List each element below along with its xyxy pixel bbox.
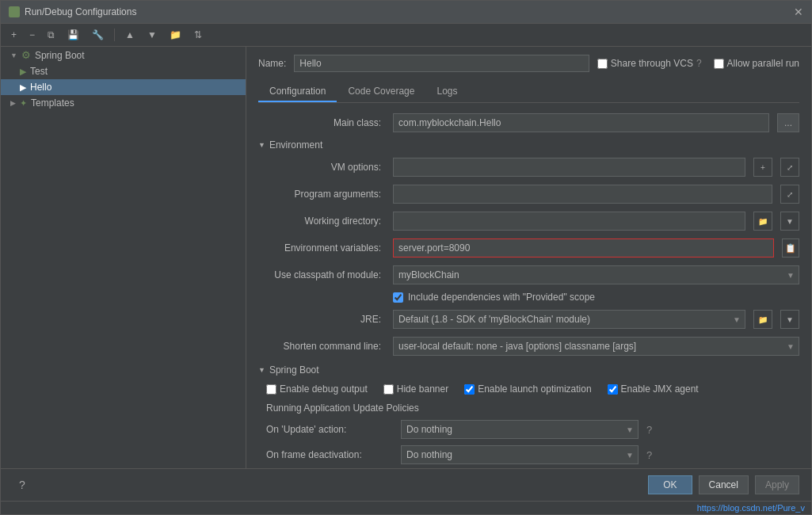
enable-launch-wrapper: Enable launch optimization	[464, 383, 591, 395]
working-dir-label: Working directory:	[258, 216, 385, 227]
dialog-icon	[9, 6, 20, 17]
enable-jmx-checkbox[interactable]	[608, 384, 618, 395]
tree-label-test: Test	[30, 66, 48, 77]
tree-item-spring-boot[interactable]: ▼ ⚙ Spring Boot	[1, 47, 246, 63]
program-args-expand-button[interactable]: ⤢	[780, 185, 799, 204]
vm-options-input[interactable]	[393, 158, 745, 177]
jre-dropdown-button[interactable]: ▼	[780, 310, 799, 329]
env-vars-row: Environment variables: 📋	[258, 238, 799, 258]
allow-parallel-checkbox[interactable]	[714, 59, 724, 69]
spring-boot-icon: ⚙	[21, 49, 31, 61]
shorten-cmd-select[interactable]: user-local default: none - java [options…	[393, 337, 799, 356]
shorten-cmd-row: Shorten command line: user-local default…	[258, 336, 799, 357]
include-deps-checkbox[interactable]	[393, 292, 403, 303]
classpath-select[interactable]: myBlockChain	[393, 265, 799, 284]
vm-options-expand-button[interactable]: +	[753, 158, 772, 177]
tree-item-test[interactable]: ▶ Test	[1, 63, 246, 79]
sort-button[interactable]: ⇅	[190, 27, 206, 43]
tree-label-spring-boot: Spring Boot	[35, 50, 85, 61]
jre-select[interactable]: Default (1.8 - SDK of 'myBlockChain' mod…	[393, 310, 745, 329]
on-frame-help-icon[interactable]: ?	[646, 449, 652, 461]
move-up-button[interactable]: ▲	[121, 27, 139, 43]
include-deps-row: Include dependencies with "Provided" sco…	[393, 292, 799, 303]
env-vars-input[interactable]	[393, 238, 774, 258]
close-button[interactable]: ✕	[794, 6, 803, 18]
include-deps-label: Include dependencies with "Provided" sco…	[408, 292, 595, 303]
on-update-select[interactable]: Do nothing Update classes and resources …	[401, 420, 639, 439]
shorten-cmd-label: Shorten command line:	[258, 341, 385, 352]
environment-label: Environment	[269, 139, 322, 151]
tree-item-templates[interactable]: ▶ ✦ Templates	[1, 95, 246, 111]
enable-debug-checkbox[interactable]	[266, 384, 276, 395]
environment-section-header[interactable]: ▼ Environment	[258, 139, 799, 151]
env-vars-edit-button[interactable]: 📋	[782, 238, 799, 258]
help-button[interactable]: ?	[13, 475, 32, 494]
spring-boot-section: ▼ Spring Boot Enable debug output Hide b…	[258, 364, 799, 464]
on-update-row: On 'Update' action: Do nothing Update cl…	[266, 420, 799, 439]
hide-banner-checkbox[interactable]	[383, 384, 394, 395]
apply-button[interactable]: Apply	[755, 475, 799, 494]
copy-config-button[interactable]: ⧉	[44, 27, 59, 43]
jre-folder-button[interactable]: 📁	[753, 310, 772, 329]
share-vcs-checkbox[interactable]	[597, 59, 608, 69]
working-dir-folder-button[interactable]: 📁	[753, 212, 772, 231]
vm-options-fullscreen-button[interactable]: ⤢	[780, 158, 799, 177]
share-label-wrapper: Share through VCS ?	[597, 58, 702, 69]
program-args-row: Program arguments: ⤢	[258, 184, 799, 204]
program-args-input[interactable]	[393, 185, 772, 204]
dialog-title: Run/Debug Configurations	[25, 6, 136, 17]
save-config-button[interactable]: 💾	[63, 27, 83, 43]
share-vcs-label: Share through VCS	[611, 58, 693, 69]
on-frame-select[interactable]: Do nothing Update classes and resources …	[401, 445, 639, 464]
tab-configuration[interactable]: Configuration	[258, 82, 337, 102]
cancel-button[interactable]: Cancel	[699, 475, 749, 494]
remove-config-button[interactable]: −	[25, 27, 39, 43]
spring-boot-options-row: Enable debug output Hide banner Enable l…	[266, 383, 799, 395]
parallel-label-wrapper: Allow parallel run	[714, 58, 799, 69]
enable-launch-checkbox[interactable]	[464, 384, 475, 395]
program-args-label: Program arguments:	[258, 189, 385, 200]
jre-label: JRE:	[258, 314, 385, 325]
tab-logs-label: Logs	[436, 86, 457, 97]
working-dir-input[interactable]	[393, 212, 745, 231]
hide-banner-label: Hide banner	[397, 383, 448, 395]
status-bar-url: https://blog.csdn.net/Pure_v	[697, 503, 805, 513]
share-help-icon[interactable]: ?	[696, 58, 702, 69]
tree-label-templates: Templates	[31, 97, 74, 109]
left-panel: ▼ ⚙ Spring Boot ▶ Test ▶ Hello ▶ ✦ Templ…	[1, 47, 246, 468]
classpath-dropdown-wrapper: myBlockChain ▼	[393, 265, 799, 284]
ok-button[interactable]: OK	[648, 475, 692, 494]
status-bar: https://blog.csdn.net/Pure_v	[1, 501, 811, 514]
main-class-label: Main class:	[258, 117, 385, 128]
bottom-bar: ? OK Cancel Apply	[1, 468, 811, 501]
on-frame-row: On frame deactivation: Do nothing Update…	[266, 445, 799, 464]
move-down-button[interactable]: ▼	[143, 27, 161, 43]
spring-boot-header[interactable]: ▼ Spring Boot	[258, 364, 799, 376]
tree-item-hello[interactable]: ▶ Hello	[1, 79, 246, 95]
tab-configuration-label: Configuration	[269, 86, 326, 97]
toolbar-separator	[114, 29, 115, 41]
on-update-dropdown-wrapper: Do nothing Update classes and resources …	[401, 420, 639, 439]
spring-boot-arrow: ▼	[258, 366, 265, 374]
titlebar: Run/Debug Configurations ✕	[1, 1, 811, 24]
tab-code-coverage[interactable]: Code Coverage	[337, 82, 425, 102]
main-class-browse-button[interactable]: ...	[777, 113, 799, 132]
working-dir-row: Working directory: 📁 ▼	[258, 211, 799, 231]
add-config-button[interactable]: +	[7, 27, 21, 43]
wrench-button[interactable]: 🔧	[88, 27, 108, 43]
tab-code-coverage-label: Code Coverage	[348, 86, 414, 97]
enable-debug-wrapper: Enable debug output	[266, 383, 368, 395]
name-input[interactable]	[294, 55, 589, 72]
run-icon-hello: ▶	[20, 82, 26, 93]
main-class-input[interactable]	[393, 113, 769, 132]
bottom-left: ?	[13, 475, 32, 494]
on-update-label: On 'Update' action:	[266, 424, 393, 435]
vm-options-row: VM options: + ⤢	[258, 157, 799, 177]
working-dir-dropdown-button[interactable]: ▼	[780, 212, 799, 231]
hide-banner-wrapper: Hide banner	[383, 383, 448, 395]
enable-jmx-wrapper: Enable JMX agent	[608, 383, 699, 395]
on-update-help-icon[interactable]: ?	[646, 424, 652, 436]
tab-logs[interactable]: Logs	[425, 82, 468, 102]
folder-button[interactable]: 📁	[166, 27, 185, 43]
spring-boot-label: Spring Boot	[269, 364, 319, 376]
